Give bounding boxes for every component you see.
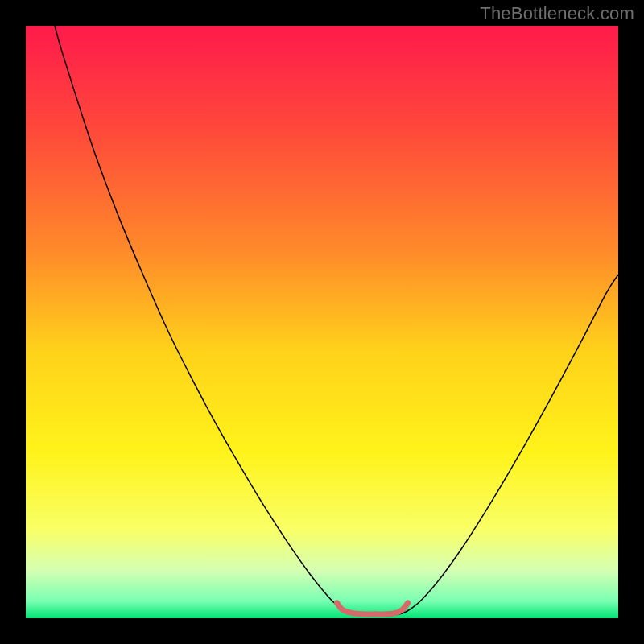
plot-area: [26, 26, 618, 618]
chart-frame: TheBottleneck.com: [0, 0, 644, 644]
watermark-text: TheBottleneck.com: [480, 3, 634, 24]
gradient-background: [26, 26, 618, 618]
chart-svg: [26, 26, 618, 618]
